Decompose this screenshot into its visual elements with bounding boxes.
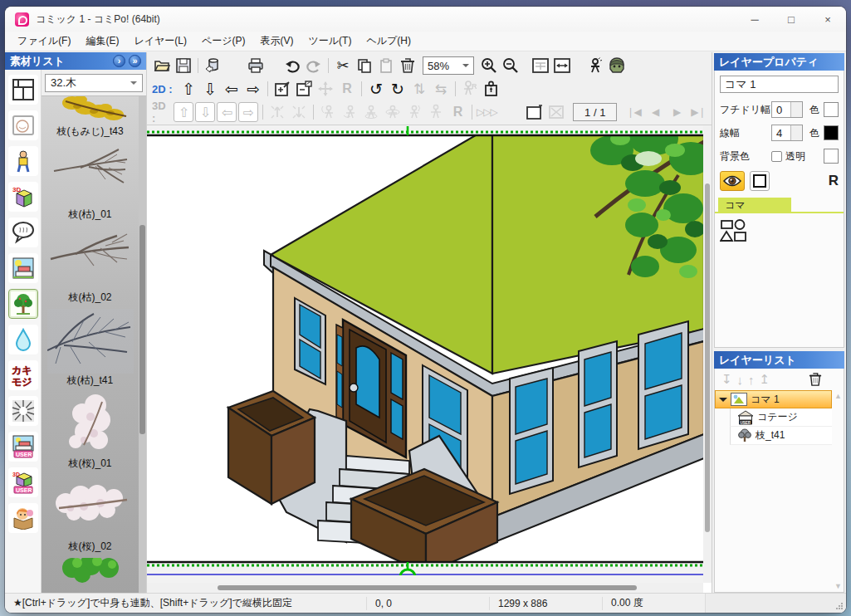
zoom-level-select[interactable]: 58% bbox=[423, 56, 474, 75]
3d-rotate-x-button[interactable] bbox=[318, 102, 338, 122]
layer-list-scrollbar[interactable]: ▲ ▼ bbox=[833, 390, 844, 592]
koma-tab[interactable]: コマ bbox=[718, 198, 791, 213]
2d-reset-button[interactable]: R bbox=[337, 79, 357, 99]
pose-tool-button[interactable] bbox=[585, 56, 605, 76]
category-3d-item-icon[interactable]: 3D bbox=[8, 182, 38, 212]
category-panel-layout-icon[interactable] bbox=[8, 75, 38, 105]
2d-pose-reset-button[interactable]: R bbox=[460, 79, 480, 99]
outline-width-stepper[interactable]: 0 bbox=[771, 101, 803, 118]
cut-button[interactable]: ✂ bbox=[333, 56, 353, 76]
menu-page[interactable]: ページ(P) bbox=[194, 32, 253, 51]
category-user-background-icon[interactable]: USER bbox=[8, 432, 38, 462]
zoom-out-button[interactable] bbox=[501, 56, 521, 76]
3d-rotate-z-button[interactable] bbox=[361, 102, 381, 122]
menu-file[interactable]: ファイル(F) bbox=[10, 32, 78, 51]
scroll-up-icon[interactable]: ▲ bbox=[834, 392, 842, 400]
line-width-stepper[interactable]: 4 bbox=[771, 125, 803, 141]
category-kakimoji-icon[interactable]: カキモジ bbox=[8, 360, 38, 390]
maximize-button[interactable]: □ bbox=[773, 7, 809, 32]
3d-pose-button[interactable] bbox=[426, 102, 446, 122]
panel-shape-button[interactable] bbox=[720, 219, 748, 242]
category-tree-icon[interactable] bbox=[8, 289, 38, 319]
category-character-icon[interactable] bbox=[8, 146, 38, 176]
panel-expand-button[interactable]: » bbox=[129, 55, 141, 67]
save-button[interactable] bbox=[174, 56, 193, 76]
resize-grip[interactable] bbox=[835, 602, 844, 610]
material-item[interactable]: 枝(枯)_01 bbox=[42, 141, 139, 224]
2d-flip-vertical-button[interactable]: ⇅ bbox=[409, 79, 429, 99]
2d-rotate-right-button[interactable]: ↻ bbox=[388, 79, 408, 99]
layer-row-koma1[interactable]: コマ 1 bbox=[715, 390, 832, 408]
2d-enlarge-button[interactable] bbox=[272, 79, 292, 99]
material-scrollbar-thumb[interactable] bbox=[139, 225, 145, 433]
menu-help[interactable]: ヘルプ(H) bbox=[359, 32, 418, 51]
2d-move-free-button[interactable] bbox=[315, 79, 335, 99]
canvas-vertical-scrollbar[interactable] bbox=[703, 125, 712, 583]
2d-move-up-button[interactable]: ⇧ bbox=[179, 79, 198, 99]
layer-move-down-button[interactable]: ↓ bbox=[737, 373, 744, 387]
layer-delete-button[interactable] bbox=[809, 372, 822, 387]
2d-move-left-button[interactable]: ⇦ bbox=[222, 79, 242, 99]
3d-reset-button[interactable]: R bbox=[448, 102, 467, 122]
2d-lock-layer-button[interactable] bbox=[482, 79, 501, 99]
outline-color-swatch[interactable] bbox=[824, 102, 839, 117]
category-effect-drop-icon[interactable] bbox=[8, 325, 38, 354]
3d-scale-up-button[interactable] bbox=[267, 102, 287, 122]
scroll-down-icon[interactable]: ▼ bbox=[834, 582, 842, 590]
spin-up-icon[interactable] bbox=[791, 125, 802, 133]
canvas-horizontal-scrollbar[interactable] bbox=[147, 583, 703, 593]
character-editor-button[interactable] bbox=[607, 56, 627, 76]
page-canvas[interactable] bbox=[147, 125, 703, 583]
category-speech-bubble-icon[interactable] bbox=[8, 218, 38, 247]
spin-down-icon[interactable] bbox=[791, 133, 802, 140]
panel-collapse-button[interactable]: › bbox=[113, 55, 125, 67]
category-face-icon[interactable] bbox=[8, 110, 38, 140]
menu-layer[interactable]: レイヤー(L) bbox=[126, 32, 194, 51]
layer-row-cottage[interactable]: USER コテージ bbox=[730, 408, 832, 427]
transparent-checkbox[interactable] bbox=[771, 151, 782, 162]
fit-page-button[interactable] bbox=[531, 56, 550, 76]
material-category-select[interactable]: 32.木 bbox=[45, 74, 143, 92]
layer-move-up-button[interactable]: ↑ bbox=[748, 373, 755, 387]
material-item[interactable] bbox=[42, 556, 139, 593]
3d-move-right-button[interactable]: ⇨ bbox=[238, 102, 258, 122]
category-flash-effect-icon[interactable] bbox=[8, 396, 38, 426]
spin-up-icon[interactable] bbox=[791, 102, 802, 110]
spin-down-icon[interactable] bbox=[791, 110, 802, 117]
previous-page-button[interactable]: ◀ bbox=[645, 102, 665, 122]
close-button[interactable]: × bbox=[809, 7, 846, 32]
vertical-scrollbar-thumb[interactable] bbox=[705, 183, 710, 532]
fit-width-button[interactable] bbox=[552, 56, 572, 76]
3d-move-down-button[interactable]: ⇩ bbox=[195, 102, 215, 122]
redo-button[interactable] bbox=[304, 56, 324, 76]
3d-move-left-button[interactable]: ⇦ bbox=[217, 102, 237, 122]
menu-view[interactable]: 表示(V) bbox=[253, 32, 301, 51]
zoom-in-button[interactable] bbox=[479, 56, 499, 76]
3d-move-up-button[interactable]: ⇧ bbox=[174, 102, 193, 122]
material-item[interactable]: 枝(もみじ)_t43 bbox=[42, 95, 139, 141]
export-data-button[interactable] bbox=[203, 56, 223, 76]
delete-button[interactable] bbox=[398, 56, 418, 76]
material-item[interactable]: 枝(桜)_02 bbox=[42, 473, 139, 556]
next-page-button[interactable]: ▶ bbox=[667, 102, 687, 122]
material-item[interactable]: 枝(桜)_01 bbox=[42, 390, 139, 473]
3d-ddd-button[interactable]: ▷▷▷ bbox=[477, 102, 496, 122]
layer-move-bottom-button[interactable]: ↧ bbox=[721, 372, 732, 387]
first-page-button[interactable]: ❘◀ bbox=[624, 102, 643, 122]
paste-button[interactable] bbox=[376, 56, 396, 76]
layer-name-input[interactable]: コマ 1 bbox=[720, 76, 839, 93]
3d-spin-button[interactable] bbox=[383, 102, 403, 122]
line-color-swatch[interactable] bbox=[824, 125, 839, 140]
2d-move-right-button[interactable]: ⇨ bbox=[243, 79, 263, 99]
2d-flip-horizontal-button[interactable]: ⇆ bbox=[431, 79, 451, 99]
print-button[interactable] bbox=[246, 56, 266, 76]
open-file-button[interactable] bbox=[152, 56, 172, 76]
3d-tilt-button[interactable] bbox=[404, 102, 424, 122]
material-list-scrollbar[interactable] bbox=[139, 96, 146, 593]
copy-button[interactable] bbox=[355, 56, 374, 76]
3d-scale-down-button[interactable] bbox=[289, 102, 309, 122]
menu-edit[interactable]: 編集(E) bbox=[78, 32, 126, 51]
category-background-icon[interactable] bbox=[8, 253, 38, 283]
category-user-3d-icon[interactable]: 3DUSER bbox=[8, 467, 38, 497]
2d-rotate-left-button[interactable]: ↺ bbox=[366, 79, 386, 99]
